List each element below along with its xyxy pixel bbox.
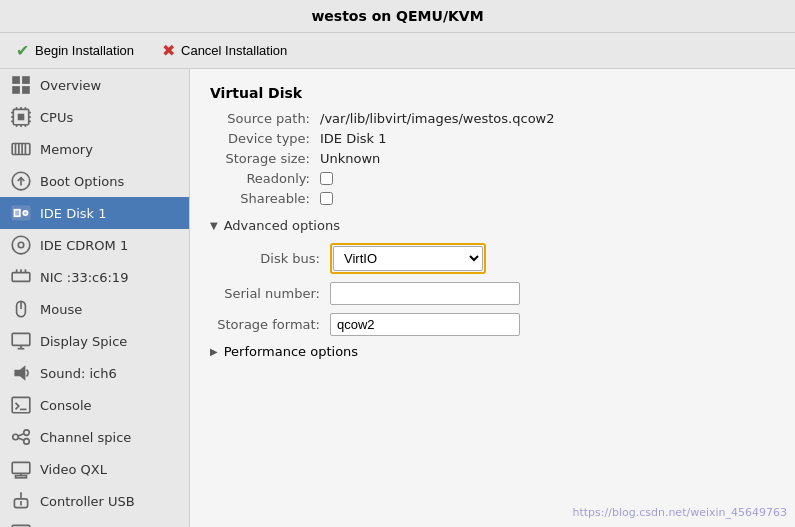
storage-size-label: Storage size: <box>210 151 320 166</box>
sidebar-item-display-spice[interactable]: Display Spice <box>0 325 189 357</box>
nic-icon <box>10 266 32 288</box>
sidebar-item-label: IDE CDROM 1 <box>40 238 128 253</box>
svg-line-46 <box>18 438 24 440</box>
overview-icon <box>10 74 32 96</box>
svg-point-44 <box>24 439 30 445</box>
readonly-row: Readonly: <box>210 171 775 186</box>
sidebar-item-label: Memory <box>40 142 93 157</box>
source-path-label: Source path: <box>210 111 320 126</box>
disk-bus-select-wrapper: VirtIOIDESCSIUSBSATA <box>330 243 486 274</box>
sidebar-item-video-qxl[interactable]: Video QXL <box>0 453 189 485</box>
sidebar-item-label: Display Spice <box>40 334 127 349</box>
cancel-label: Cancel Installation <box>181 43 287 58</box>
sidebar-item-label: Sound: ich6 <box>40 366 117 381</box>
sidebar-item-label: Boot Options <box>40 174 124 189</box>
sidebar-item-label: Overview <box>40 78 101 93</box>
svg-marker-39 <box>14 365 25 380</box>
shareable-checkbox[interactable] <box>320 192 333 205</box>
svg-point-42 <box>13 434 19 440</box>
sidebar-item-ide-disk-1[interactable]: IDE Disk 1 <box>0 197 189 229</box>
controller-icon <box>10 490 32 512</box>
cancel-icon: ✖ <box>162 41 175 60</box>
storage-format-label: Storage format: <box>210 317 330 332</box>
svg-rect-3 <box>22 86 30 94</box>
sidebar: OverviewCPUsMemoryBoot OptionsIDE Disk 1… <box>0 69 190 527</box>
toolbar: ✔ Begin Installation ✖ Cancel Installati… <box>0 33 795 69</box>
shareable-label: Shareable: <box>210 191 320 206</box>
sidebar-item-console[interactable]: Console <box>0 389 189 421</box>
source-path-row: Source path: /var/lib/libvirt/images/wes… <box>210 111 775 126</box>
begin-installation-button[interactable]: ✔ Begin Installation <box>12 39 138 62</box>
svg-rect-40 <box>12 397 30 412</box>
begin-label: Begin Installation <box>35 43 134 58</box>
mouse-icon <box>10 298 32 320</box>
advanced-label: Advanced options <box>224 218 340 233</box>
storage-size-row: Storage size: Unknown <box>210 151 775 166</box>
advanced-header[interactable]: ▼ Advanced options <box>210 218 775 233</box>
svg-point-28 <box>12 236 30 254</box>
watermark: https://blog.csdn.net/weixin_45649763 <box>572 506 787 519</box>
readonly-checkbox[interactable] <box>320 172 333 185</box>
sidebar-item-label: CPUs <box>40 110 73 125</box>
svg-rect-30 <box>12 273 30 282</box>
usb-icon <box>10 522 32 527</box>
sidebar-item-label: Mouse <box>40 302 82 317</box>
sidebar-item-controller-usb[interactable]: Controller USB <box>0 485 189 517</box>
svg-point-43 <box>24 430 30 436</box>
storage-format-input[interactable] <box>330 313 520 336</box>
sidebar-item-memory[interactable]: Memory <box>0 133 189 165</box>
sidebar-item-ide-cdrom-1[interactable]: IDE CDROM 1 <box>0 229 189 261</box>
sidebar-item-boot-options[interactable]: Boot Options <box>0 165 189 197</box>
sidebar-item-mouse[interactable]: Mouse <box>0 293 189 325</box>
svg-rect-1 <box>22 76 30 84</box>
sidebar-item-channel-spice[interactable]: Channel spice <box>0 421 189 453</box>
cpu-icon <box>10 106 32 128</box>
main-content: OverviewCPUsMemoryBoot OptionsIDE Disk 1… <box>0 69 795 527</box>
performance-row[interactable]: ▶ Performance options <box>210 344 775 359</box>
window-title: westos on QEMU/KVM <box>0 0 795 33</box>
channel-icon <box>10 426 32 448</box>
device-type-value: IDE Disk 1 <box>320 131 387 146</box>
disk-bus-select[interactable]: VirtIOIDESCSIUSBSATA <box>333 246 483 271</box>
memory-icon <box>10 138 32 160</box>
svg-rect-48 <box>16 476 27 478</box>
disk-bus-label: Disk bus: <box>210 251 330 266</box>
display-icon <box>10 330 32 352</box>
svg-line-45 <box>18 434 24 436</box>
sidebar-item-nic[interactable]: NIC :33:c6:19 <box>0 261 189 293</box>
section-title: Virtual Disk <box>210 85 775 101</box>
device-type-row: Device type: IDE Disk 1 <box>210 131 775 146</box>
storage-format-row: Storage format: <box>210 313 775 336</box>
svg-rect-47 <box>12 462 30 473</box>
sound-icon <box>10 362 32 384</box>
serial-number-input[interactable] <box>330 282 520 305</box>
console-icon <box>10 394 32 416</box>
content-area: Virtual Disk Source path: /var/lib/libvi… <box>190 69 795 527</box>
sidebar-item-label: IDE Disk 1 <box>40 206 107 221</box>
sidebar-item-label: NIC :33:c6:19 <box>40 270 128 285</box>
check-icon: ✔ <box>16 41 29 60</box>
readonly-label: Readonly: <box>210 171 320 186</box>
disk-icon <box>10 202 32 224</box>
svg-rect-36 <box>12 333 30 345</box>
sidebar-item-label: Console <box>40 398 92 413</box>
serial-number-row: Serial number: <box>210 282 775 305</box>
sidebar-item-label: Controller USB <box>40 494 135 509</box>
sidebar-item-usb-redirector-1[interactable]: USB Redirector 1 <box>0 517 189 527</box>
sidebar-item-sound-ich6[interactable]: Sound: ich6 <box>0 357 189 389</box>
svg-rect-5 <box>18 114 25 121</box>
svg-rect-26 <box>14 210 20 217</box>
advanced-triangle-icon: ▼ <box>210 220 218 231</box>
device-type-label: Device type: <box>210 131 320 146</box>
advanced-section: ▼ Advanced options Disk bus: VirtIOIDESC… <box>210 218 775 359</box>
sidebar-item-cpus[interactable]: CPUs <box>0 101 189 133</box>
performance-triangle-icon: ▶ <box>210 346 218 357</box>
performance-label: Performance options <box>224 344 358 359</box>
serial-number-label: Serial number: <box>210 286 330 301</box>
cancel-installation-button[interactable]: ✖ Cancel Installation <box>158 39 291 62</box>
sidebar-item-overview[interactable]: Overview <box>0 69 189 101</box>
source-path-value: /var/lib/libvirt/images/westos.qcow2 <box>320 111 554 126</box>
cdrom-icon <box>10 234 32 256</box>
sidebar-item-label: Channel spice <box>40 430 131 445</box>
disk-bus-row: Disk bus: VirtIOIDESCSIUSBSATA <box>210 243 775 274</box>
